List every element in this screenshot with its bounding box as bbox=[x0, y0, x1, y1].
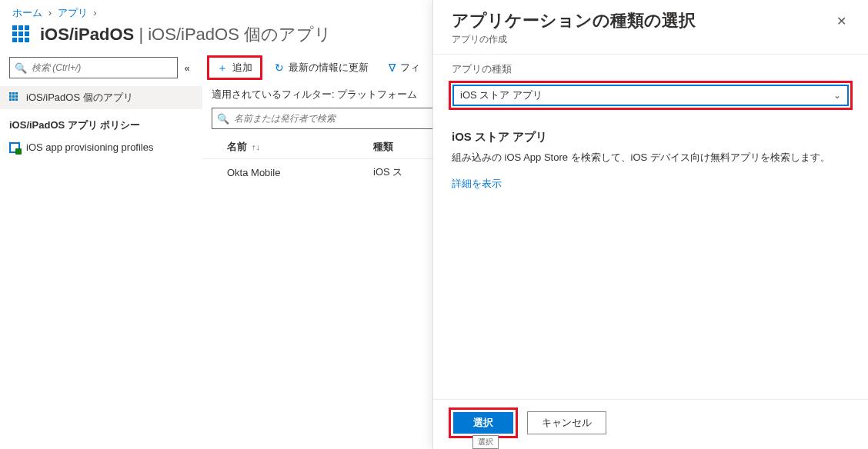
close-icon: ✕ bbox=[836, 15, 846, 28]
search-icon: 🔍 bbox=[15, 62, 27, 74]
refresh-button[interactable]: ↻ 最新の情報に更新 bbox=[267, 58, 376, 78]
chevron-right-icon: › bbox=[93, 7, 96, 18]
breadcrumb-apps[interactable]: アプリ bbox=[58, 7, 88, 18]
sort-icon[interactable]: ↑↓ bbox=[252, 142, 260, 151]
show-details-link[interactable]: 詳細を表示 bbox=[433, 177, 868, 191]
cancel-button[interactable]: キャンセル bbox=[527, 411, 606, 434]
nav-item-label: iOS app provisioning profiles bbox=[26, 141, 153, 153]
plus-icon: ＋ bbox=[217, 62, 228, 73]
nav-search[interactable]: 🔍 bbox=[9, 57, 178, 78]
close-button[interactable]: ✕ bbox=[833, 11, 850, 32]
add-button-label: 追加 bbox=[232, 61, 252, 75]
dropdown-value: iOS ストア アプリ bbox=[460, 88, 542, 102]
cell-app-name: Okta Mobile bbox=[227, 165, 373, 179]
select-button[interactable]: 選択 bbox=[453, 412, 513, 434]
nav-section-app-policy: iOS/iPadOS アプリ ポリシー bbox=[0, 109, 202, 137]
nav-search-input[interactable] bbox=[30, 62, 172, 74]
add-button[interactable]: ＋ 追加 bbox=[209, 58, 260, 78]
divider bbox=[433, 54, 868, 55]
flyout-title: アプリケーションの種類の選択 bbox=[452, 11, 833, 31]
nav-item-provisioning-profiles[interactable]: iOS app provisioning profiles bbox=[0, 137, 202, 158]
app-type-flyout: アプリケーションの種類の選択 ✕ アプリの作成 アプリの種類 iOS ストア ア… bbox=[432, 0, 868, 449]
chevron-right-icon: › bbox=[48, 7, 52, 18]
refresh-icon: ↻ bbox=[275, 62, 284, 73]
collapse-nav-button[interactable]: « bbox=[178, 62, 196, 74]
nav-item-label: iOS/iPadOS 個のアプリ bbox=[26, 91, 133, 105]
left-nav: 🔍 « iOS/iPadOS 個のアプリ iOS/iPadOS アプリ ポリシー… bbox=[0, 52, 202, 447]
app-type-section-desc: 組み込みの iOS App Store を検索して、iOS デバイス向け無料アプ… bbox=[433, 151, 868, 177]
filter-button-label: フィ bbox=[400, 61, 420, 75]
waffle-icon bbox=[12, 25, 31, 44]
app-type-section-title: iOS ストア アプリ bbox=[433, 124, 868, 151]
breadcrumb-home[interactable]: ホーム bbox=[12, 7, 42, 18]
app-type-dropdown[interactable]: iOS ストア アプリ ⌄ bbox=[452, 85, 849, 106]
filter-icon: ∇ bbox=[389, 62, 396, 73]
page-title-sep: | bbox=[134, 25, 148, 44]
page-title-sub: iOS/iPadOS 個のアプリ bbox=[148, 25, 332, 44]
nav-item-ios-apps[interactable]: iOS/iPadOS 個のアプリ bbox=[0, 86, 202, 109]
tooltip-note: 選択 bbox=[472, 435, 499, 449]
col-name-label[interactable]: 名前 bbox=[227, 140, 247, 154]
refresh-button-label: 最新の情報に更新 bbox=[289, 61, 369, 75]
apps-grid-icon bbox=[9, 92, 20, 103]
app-type-label: アプリの種類 bbox=[433, 62, 868, 81]
page-title-main: iOS/iPadOS bbox=[40, 25, 134, 44]
flyout-subtitle: アプリの作成 bbox=[433, 33, 868, 54]
filter-button[interactable]: ∇ フィ bbox=[381, 58, 428, 78]
provisioning-profile-icon bbox=[9, 142, 20, 153]
search-icon: 🔍 bbox=[217, 113, 229, 125]
chevron-down-icon: ⌄ bbox=[833, 90, 841, 101]
